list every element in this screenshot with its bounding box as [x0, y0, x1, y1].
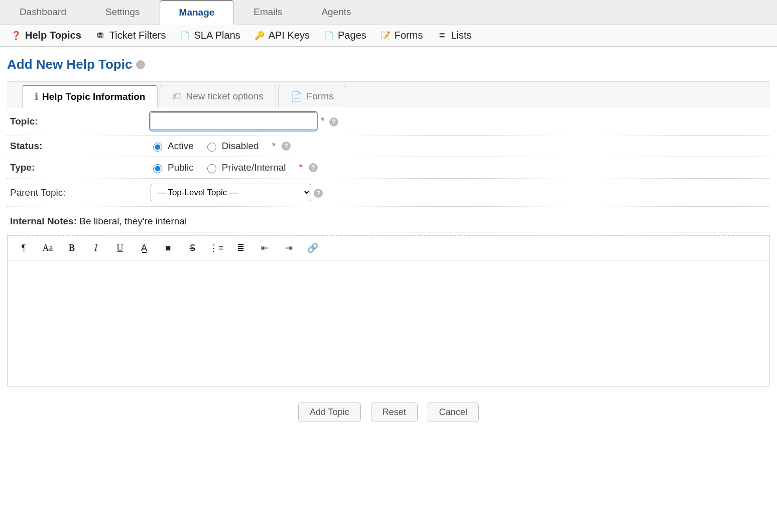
status-active-radio[interactable] — [153, 143, 162, 152]
nav-manage[interactable]: Manage — [160, 0, 234, 25]
ed-forecolor-icon[interactable]: A̲ — [138, 242, 150, 254]
subnav-label: API Keys — [269, 30, 310, 41]
form-icon: 📄 — [291, 91, 303, 102]
subnav-forms[interactable]: 📝 Forms — [380, 30, 423, 41]
tab-new-ticket-options[interactable]: 🏷 New ticket options — [160, 85, 276, 107]
ed-strike-icon[interactable]: S̶ — [186, 242, 198, 254]
topic-input[interactable] — [151, 112, 316, 130]
help-icon[interactable]: ? — [329, 117, 338, 126]
subnav-ticket-filters[interactable]: ⛃ Ticket Filters — [95, 30, 166, 41]
required-star: * — [272, 141, 276, 152]
filter-icon: ⛃ — [95, 31, 105, 41]
cancel-button[interactable]: Cancel — [428, 403, 479, 422]
action-bar: Add Topic Reset Cancel — [7, 403, 770, 422]
subnav-label: Pages — [338, 30, 366, 41]
subnav-lists[interactable]: ≣ Lists — [437, 30, 471, 41]
row-parent-topic: Parent Topic: — Top-Level Topic — ? — [7, 179, 770, 207]
tag-icon: 🏷 — [172, 91, 182, 102]
ed-underline-icon[interactable]: U — [114, 242, 126, 254]
info-icon: ℹ — [35, 91, 38, 102]
page-title: Add New Help Topic ? — [7, 57, 770, 72]
type-label: Type: — [7, 157, 148, 179]
row-type: Type: Public Private/Internal * ? — [7, 157, 770, 179]
tab-help-topic-info[interactable]: ℹ Help Topic Information — [22, 85, 158, 107]
type-private-label: Private/Internal — [222, 162, 286, 173]
tab-forms[interactable]: 📄 Forms — [278, 85, 346, 107]
lists-icon: ≣ — [437, 31, 447, 41]
notes-label: Internal Notes: — [10, 216, 77, 226]
ed-bold-icon[interactable]: B — [66, 242, 78, 254]
subnav-label: Ticket Filters — [109, 30, 166, 41]
type-public-label: Public — [168, 162, 194, 173]
help-icon[interactable]: ? — [314, 189, 323, 198]
top-nav: Dashboard Settings Manage Emails Agents — [0, 0, 777, 25]
editor-area[interactable] — [8, 260, 769, 386]
nav-emails[interactable]: Emails — [234, 0, 302, 24]
nav-agents[interactable]: Agents — [302, 0, 370, 24]
subnav-sla-plans[interactable]: 📄 SLA Plans — [180, 30, 240, 41]
tab-label: Forms — [307, 91, 334, 102]
row-topic: Topic: * ? — [7, 107, 770, 136]
nav-settings[interactable]: Settings — [86, 0, 160, 24]
ed-backcolor-icon[interactable]: ■ — [162, 242, 174, 254]
subnav-label: Lists — [451, 30, 471, 41]
required-star: * — [299, 162, 303, 173]
forms-icon: 📝 — [380, 31, 391, 41]
row-status: Status: Active Disabled * ? — [7, 136, 770, 157]
ed-indent-icon[interactable]: ⇥ — [283, 242, 295, 254]
page-title-text: Add New Help Topic — [7, 57, 132, 72]
nav-dashboard[interactable]: Dashboard — [0, 0, 86, 24]
editor-toolbar: ¶ Aa B I U A̲ ■ S̶ ⋮≡ ≣ ⇤ ⇥ 🔗 — [8, 236, 769, 260]
ed-outdent-icon[interactable]: ⇤ — [258, 242, 271, 254]
status-disabled-radio[interactable] — [207, 143, 216, 152]
ed-font-icon[interactable]: Aa — [42, 242, 54, 254]
help-icon[interactable]: ? — [282, 142, 291, 151]
form-table: Topic: * ? Status: Active Disabled * ? — [7, 107, 770, 232]
rich-text-editor: ¶ Aa B I U A̲ ■ S̶ ⋮≡ ≣ ⇤ ⇥ 🔗 — [7, 235, 770, 386]
ed-link-icon[interactable]: 🔗 — [307, 242, 319, 254]
help-icon[interactable]: ? — [309, 163, 318, 172]
reset-button[interactable]: Reset — [371, 403, 418, 422]
status-label: Status: — [7, 136, 148, 157]
pages-icon: 📄 — [324, 31, 334, 41]
ed-bullet-list-icon[interactable]: ⋮≡ — [210, 242, 222, 254]
help-icon[interactable]: ? — [136, 60, 145, 69]
required-star: * — [321, 115, 324, 126]
status-active-label: Active — [168, 141, 194, 152]
parent-topic-select[interactable]: — Top-Level Topic — — [151, 184, 311, 201]
type-private-radio[interactable] — [207, 164, 216, 173]
parent-topic-label: Parent Topic: — [7, 179, 148, 207]
subnav-label: SLA Plans — [194, 30, 240, 41]
subnav-label: Help Topics — [25, 30, 81, 41]
help-topic-icon: ❓ — [11, 31, 21, 41]
row-internal-notes: Internal Notes: Be liberal, they're inte… — [7, 207, 770, 232]
add-topic-button[interactable]: Add Topic — [298, 403, 361, 422]
status-disabled-label: Disabled — [222, 141, 259, 152]
subnav-pages[interactable]: 📄 Pages — [324, 30, 366, 41]
sla-icon: 📄 — [180, 31, 190, 41]
subnav-api-keys[interactable]: 🔑 API Keys — [254, 30, 310, 41]
form-tabs: ℹ Help Topic Information 🏷 New ticket op… — [22, 82, 770, 107]
page: Add New Help Topic ? ℹ Help Topic Inform… — [0, 47, 777, 444]
api-icon: 🔑 — [254, 31, 265, 41]
ed-italic-icon[interactable]: I — [90, 242, 102, 254]
ed-paragraph-icon[interactable]: ¶ — [18, 242, 30, 254]
topic-label: Topic: — [7, 107, 148, 136]
notes-hint: Be liberal, they're internal — [79, 216, 187, 226]
tab-label: Help Topic Information — [42, 91, 145, 102]
tab-label: New ticket options — [186, 91, 263, 102]
sub-nav: ❓ Help Topics ⛃ Ticket Filters 📄 SLA Pla… — [0, 25, 777, 47]
form-tabs-wrap: ℹ Help Topic Information 🏷 New ticket op… — [7, 81, 770, 107]
subnav-label: Forms — [395, 30, 423, 41]
subnav-help-topics[interactable]: ❓ Help Topics — [11, 30, 81, 41]
ed-number-list-icon[interactable]: ≣ — [234, 242, 246, 254]
type-public-radio[interactable] — [153, 164, 162, 173]
